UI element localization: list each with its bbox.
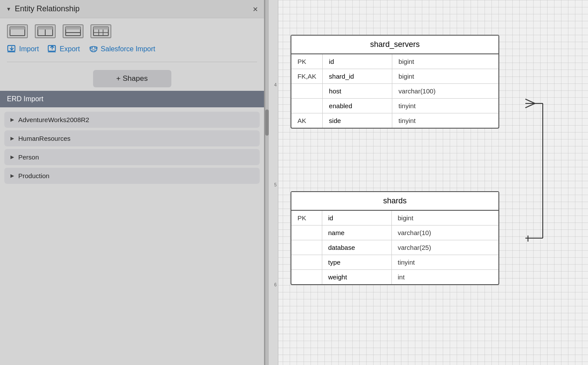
key-cell [291,226,322,240]
tree-arrow-icon-2: ▶ [10,154,14,160]
toolbar-section: Import Export Salesforce Impor [0,18,264,91]
field-cell: name [322,226,391,240]
svg-point-19 [90,46,97,52]
key-cell [291,255,322,270]
erd-table-shard-servers-body: PK id bigint FK,AK shard_id bigint host … [291,54,498,128]
tree-arrow-icon-0: ▶ [10,117,14,123]
layout-split-horizontal-icon[interactable] [63,24,84,38]
type-cell: tinyint [391,255,498,270]
key-cell: PK [291,211,322,226]
table-row: type tinyint [291,255,498,270]
type-cell: varchar(25) [391,240,498,255]
tree-arrow-icon-3: ▶ [10,173,14,179]
table-row: PK id bigint [291,211,498,226]
canvas-area[interactable]: 4 5 6 shard_servers PK id bigint [269,0,588,365]
svg-rect-9 [94,27,108,30]
table-row: weight int [291,270,498,285]
export-link[interactable]: Export [47,44,80,54]
close-button[interactable]: × [253,5,258,13]
export-icon [47,44,57,54]
import-icon [7,44,17,54]
ruler-mark-5: 5 [274,182,277,187]
ruler-left: 4 5 6 [269,0,278,365]
toolbar-divider [7,62,257,62]
field-cell: type [322,255,391,270]
left-panel: ▼ Entity Relationship × [0,0,265,365]
collapse-arrow-icon[interactable]: ▼ [6,6,11,12]
ruler-mark-4: 4 [274,83,277,87]
key-cell [291,240,322,255]
tree-item-adventureworks[interactable]: ▶ AdventureWorks2008R2 [4,112,260,128]
tree-item-label-2: Person [18,153,39,161]
salesforce-import-link[interactable]: Salesforce Import [89,44,155,54]
erd-table-shards[interactable]: shards PK id bigint name varchar(10) dat… [291,191,499,285]
action-row: Import Export Salesforce Impor [7,44,257,54]
tree-list: ▶ AdventureWorks2008R2 ▶ HumanResources … [0,107,264,365]
field-cell: weight [322,270,391,285]
svg-rect-1 [10,27,25,30]
svg-line-27 [525,103,535,108]
salesforce-import-label: Salesforce Import [101,45,155,53]
table-row: PK id bigint [291,54,498,69]
erd-table-shards-header: shards [291,192,498,211]
table-row: database varchar(25) [291,240,498,255]
type-cell: bigint [391,211,498,226]
key-cell: AK [291,113,323,128]
key-cell: FK,AK [291,69,323,84]
layout-single-icon[interactable] [7,24,28,38]
erd-import-header: ERD Import [0,91,264,107]
type-cell: tinyint [392,99,498,113]
salesforce-icon [89,44,98,54]
field-cell: id [322,211,391,226]
erd-table-shards-body: PK id bigint name varchar(10) database v… [291,211,498,284]
type-cell: varchar(10) [391,226,498,240]
type-cell: bigint [392,69,498,84]
svg-rect-6 [66,27,80,30]
table-row: FK,AK shard_id bigint [291,69,498,84]
tree-item-label-1: HumanResources [18,135,70,142]
table-row: host varchar(100) [291,84,498,99]
panel-title: Entity Relationship [15,4,80,13]
type-cell: tinyint [392,113,498,128]
tree-item-humanresources[interactable]: ▶ HumanResources [4,130,260,146]
key-cell [291,270,322,285]
svg-rect-3 [38,27,53,30]
erd-import-title: ERD Import [7,95,43,103]
tree-arrow-icon-1: ▶ [10,136,14,141]
panel-header: ▼ Entity Relationship × [0,0,264,18]
field-cell: host [323,84,392,99]
tree-item-label-0: AdventureWorks2008R2 [18,116,89,123]
import-label: Import [19,45,39,53]
key-cell: PK [291,54,323,69]
layout-grid-icon[interactable] [90,24,111,38]
table-row: name varchar(10) [291,226,498,240]
tree-item-person[interactable]: ▶ Person [4,149,260,165]
type-cell: bigint [392,54,498,69]
erd-table-shard-servers-header: shard_servers [291,36,498,54]
export-label: Export [60,45,80,53]
scroll-divider [265,0,269,365]
key-cell [291,99,323,113]
scroll-handle[interactable] [265,110,269,136]
ruler-mark-6: 6 [274,282,277,287]
field-cell: database [322,240,391,255]
table-row: enabled tinyint [291,99,498,113]
erd-table-shard-servers[interactable]: shard_servers PK id bigint FK,AK shard_i… [291,35,499,129]
table-row: AK side tinyint [291,113,498,128]
import-link[interactable]: Import [7,44,39,54]
tree-item-label-3: Production [18,172,50,179]
field-cell: side [323,113,392,128]
type-cell: int [391,270,498,285]
panel-title-row: ▼ Entity Relationship [6,4,80,13]
layout-icon-row [7,24,257,38]
field-cell: enabled [323,99,392,113]
key-cell [291,84,323,99]
field-cell: id [323,54,392,69]
shapes-button[interactable]: + Shapes [93,70,171,87]
svg-line-26 [525,99,535,103]
layout-split-vertical-icon[interactable] [35,24,56,38]
tree-item-production[interactable]: ▶ Production [4,168,260,184]
field-cell: shard_id [323,69,392,84]
type-cell: varchar(100) [392,84,498,99]
